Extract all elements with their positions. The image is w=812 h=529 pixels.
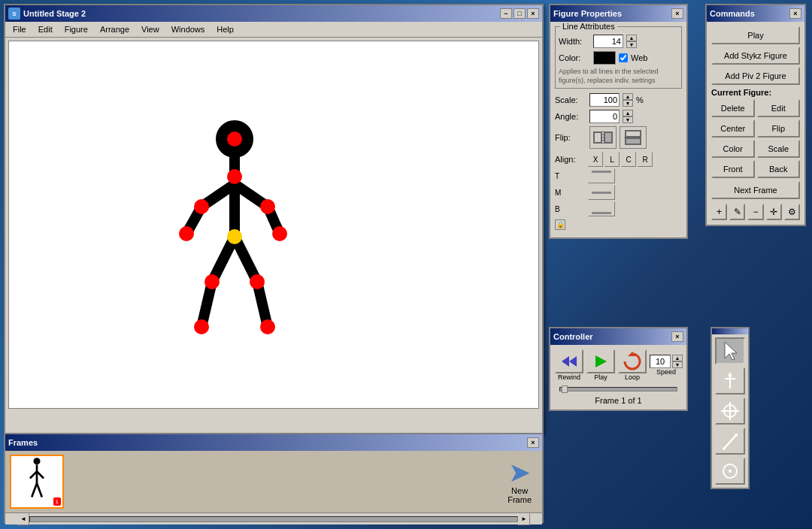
align-t-visual-button[interactable] [588,168,615,183]
svg-point-19 [250,274,265,289]
frames-content: 1 ➤ New Frame [5,451,542,512]
remove-icon-button[interactable]: − [747,204,763,220]
loop-button[interactable] [618,349,647,373]
flip-vertical-button[interactable] [620,126,647,149]
scroll-track[interactable] [29,516,518,522]
new-frame-label-line2: Frame [508,495,532,504]
speed-down-button[interactable]: ▼ [672,361,683,368]
frames-close-button[interactable]: × [527,437,539,448]
maximize-button[interactable]: □ [514,8,526,19]
line-tool-button[interactable] [715,428,745,455]
play-button[interactable] [586,349,615,373]
svg-point-17 [227,229,242,244]
play-cmd-button[interactable]: Play [711,26,800,44]
svg-rect-29 [604,132,612,143]
align-c-button[interactable]: C [621,152,636,167]
new-frame-button[interactable]: ➤ New Frame [501,456,538,507]
scroll-left-button[interactable]: ◄ [17,513,29,525]
svg-line-42 [724,435,736,449]
front-button[interactable]: Front [711,160,755,178]
delete-button[interactable]: Delete [711,99,755,117]
align-t-label: T [555,172,586,180]
speed-up-button[interactable]: ▲ [672,355,683,361]
add-piv-button[interactable]: Add Piv 2 Figure [711,67,800,85]
angle-label: Angle: [555,112,586,121]
menu-help[interactable]: Help [212,23,238,35]
commands-panel: Commands × Play Add Stykz Figure Add Piv… [705,4,806,226]
align-b-visual-button[interactable] [588,201,615,216]
flip-horizontal-button[interactable] [589,126,617,149]
svg-point-11 [227,131,242,147]
menu-figure[interactable]: Figure [60,23,92,35]
close-button[interactable]: × [527,8,539,19]
menu-windows[interactable]: Windows [167,23,210,35]
menu-view[interactable]: View [137,23,164,35]
svg-point-13 [194,199,209,214]
width-down-button[interactable]: ▼ [626,41,637,48]
flip-label: Flip: [555,133,586,142]
crosshair-tool-button[interactable] [715,398,745,425]
width-up-button[interactable]: ▲ [626,35,637,41]
add-stykz-button[interactable]: Add Stykz Figure [711,47,800,65]
rewind-button[interactable] [555,349,583,373]
arrow-tool-button[interactable] [715,337,745,364]
controller-close-button[interactable]: × [671,331,683,342]
svg-marker-34 [562,356,569,367]
color-swatch[interactable] [593,51,616,65]
next-frame-button[interactable]: Next Frame [711,181,800,199]
angle-down-button[interactable]: ▼ [623,116,633,123]
edit-button[interactable]: Edit [757,99,801,117]
back-button[interactable]: Back [757,160,801,178]
frames-scrollbar: ◄ ► [5,512,542,524]
canvas-area[interactable] [8,41,539,409]
menu-bar: File Edit Figure Arrange View Windows He… [5,22,542,38]
commands-content: Play Add Stykz Figure Add Piv 2 Figure C… [707,22,804,225]
scale-button[interactable]: Scale [757,140,801,158]
figure-props-title: Figure Properties [553,9,622,18]
align-m-row: M [555,185,682,200]
speed-input[interactable] [650,355,671,368]
color-button[interactable]: Color [711,140,755,158]
circle-tool-button[interactable] [715,458,745,485]
figure-props-close-button[interactable]: × [671,8,683,19]
menu-arrange[interactable]: Arrange [95,23,134,35]
align-x-button[interactable]: X [588,152,603,167]
angle-input[interactable] [589,110,620,123]
frame-slider[interactable] [559,387,677,391]
menu-file[interactable]: File [8,23,31,35]
current-figure-label: Current Figure: [711,88,800,97]
speed-spinner: ▲ ▼ [672,355,683,368]
align-l-button[interactable]: L [604,152,620,167]
align-m-visual-button[interactable] [588,185,615,200]
minimize-button[interactable]: − [500,8,512,19]
pointer-tool-button[interactable] [715,367,745,394]
commands-close-button[interactable]: × [789,8,801,19]
move-icon-button[interactable]: ✛ [766,204,782,220]
scale-down-button[interactable]: ▼ [623,100,633,107]
align-b-label: B [555,205,586,213]
scroll-right-button[interactable]: ► [518,513,530,525]
settings-icon-button[interactable]: ⚙ [784,204,800,220]
scale-label: Scale: [555,95,586,104]
align-r-button[interactable]: R [638,152,653,167]
center-button[interactable]: Center [711,119,755,138]
controller-title: Controller [553,332,593,341]
svg-point-44 [735,434,738,437]
svg-point-12 [227,169,242,184]
add-icon-button[interactable]: + [711,204,727,220]
flip-cmd-button[interactable]: Flip [757,119,801,138]
play-group: Play [586,349,615,381]
frame-1-thumb[interactable]: 1 [10,455,64,509]
tool-panel-content [712,334,748,488]
svg-marker-36 [595,355,607,367]
menu-edit[interactable]: Edit [34,23,57,35]
scale-input[interactable] [589,93,620,107]
lock-icon[interactable]: 🔒 [555,219,565,230]
play-label: Play [594,373,607,381]
angle-up-button[interactable]: ▲ [623,110,633,116]
new-frame-icon: ➤ [508,459,531,486]
web-checkbox[interactable] [619,53,628,62]
edit-icon-button[interactable]: ✎ [729,204,745,220]
scale-up-button[interactable]: ▲ [623,93,633,100]
width-input[interactable] [593,35,623,48]
